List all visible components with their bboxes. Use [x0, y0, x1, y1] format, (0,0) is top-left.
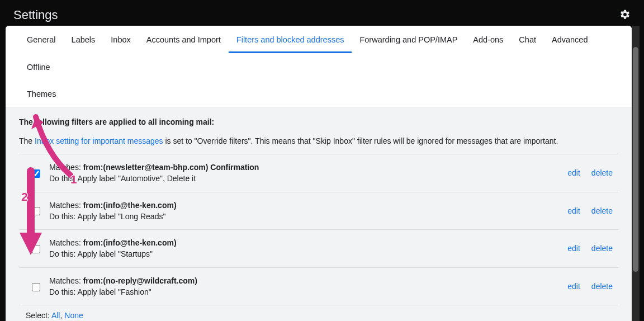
filter-action-text: Do this: Apply label "Long Reads" — [49, 211, 567, 222]
matches-label: Matches: — [49, 276, 83, 285]
scrollbar-thumb[interactable] — [633, 47, 638, 272]
tab-offline[interactable]: Offline — [19, 53, 58, 80]
filter-delete-link[interactable]: delete — [591, 168, 613, 177]
filter-info: Matches: from:(newsletter@team-bhp.com) … — [49, 162, 567, 185]
filter-checkbox[interactable] — [32, 169, 40, 178]
tab-accounts-and-import[interactable]: Accounts and Import — [139, 26, 229, 53]
settings-tabs: General Labels Inbox Accounts and Import… — [6, 26, 632, 107]
matches-criteria: from:(info@the-ken.com) — [83, 201, 177, 210]
select-none-link[interactable]: None — [64, 311, 83, 320]
settings-panel: General Labels Inbox Accounts and Import… — [6, 26, 632, 321]
page-title: Settings — [13, 8, 58, 22]
filter-checkbox[interactable] — [32, 283, 40, 291]
filter-checkbox[interactable] — [32, 245, 40, 253]
select-prefix: Select: — [26, 311, 51, 320]
scrollbar-track[interactable] — [632, 26, 640, 321]
filter-info: Matches: from:(no-reply@wildcraft.com) D… — [49, 275, 567, 298]
tab-filters-and-blocked-addresses[interactable]: Filters and blocked addresses — [229, 26, 352, 53]
matches-criteria: from:(newsletter@team-bhp.com) Confirmat… — [83, 163, 259, 172]
filter-action-text: Do this: Apply label "Startups" — [49, 248, 567, 259]
filter-edit-link[interactable]: edit — [567, 244, 580, 253]
select-row: Select: All, None — [19, 305, 618, 321]
inbox-setting-link[interactable]: Inbox setting for important messages — [35, 136, 163, 145]
window: Settings General Labels Inbox Accounts a… — [0, 0, 644, 321]
filter-row: Matches: from:(info@the-ken.com) Do this… — [19, 192, 618, 230]
gear-icon[interactable] — [619, 9, 631, 22]
filter-list: Matches: from:(newsletter@team-bhp.com) … — [19, 154, 618, 305]
filter-action-text: Do this: Apply label "Automotive", Delet… — [49, 173, 567, 184]
tab-forwarding[interactable]: Forwarding and POP/IMAP — [352, 26, 465, 53]
tab-general[interactable]: General — [19, 26, 64, 53]
filters-heading: The following filters are applied to all… — [19, 117, 618, 126]
matches-criteria: from:(info@the-ken.com) — [83, 238, 177, 247]
filter-checkbox[interactable] — [32, 207, 40, 215]
filter-delete-link[interactable]: delete — [591, 206, 613, 215]
tab-inbox[interactable]: Inbox — [103, 26, 138, 53]
filter-edit-link[interactable]: edit — [567, 168, 580, 177]
filter-row: Matches: from:(info@the-ken.com) Do this… — [19, 229, 618, 268]
settings-content: The following filters are applied to all… — [6, 107, 632, 321]
tab-themes[interactable]: Themes — [19, 80, 64, 107]
tab-chat[interactable]: Chat — [511, 26, 544, 53]
filter-action-text: Do this: Apply label "Fashion" — [49, 286, 567, 298]
filter-info: Matches: from:(info@the-ken.com) Do this… — [49, 237, 567, 260]
matches-criteria: from:(no-reply@wildcraft.com) — [83, 276, 197, 285]
filter-row: Matches: from:(newsletter@team-bhp.com) … — [19, 154, 618, 192]
desc-prefix: The — [19, 136, 35, 145]
filter-info: Matches: from:(info@the-ken.com) Do this… — [49, 200, 567, 223]
matches-label: Matches: — [49, 163, 83, 172]
filters-description: The Inbox setting for important messages… — [19, 136, 618, 145]
filter-edit-link[interactable]: edit — [567, 282, 580, 291]
tab-labels[interactable]: Labels — [64, 26, 103, 53]
filter-edit-link[interactable]: edit — [567, 206, 580, 215]
select-all-link[interactable]: All — [51, 311, 60, 320]
desc-suffix: is set to "Override filters". This means… — [163, 136, 558, 145]
matches-label: Matches: — [49, 238, 83, 247]
filter-delete-link[interactable]: delete — [591, 244, 613, 253]
filter-delete-link[interactable]: delete — [591, 282, 613, 291]
matches-label: Matches: — [49, 201, 83, 210]
filter-row: Matches: from:(no-reply@wildcraft.com) D… — [19, 267, 618, 306]
tab-advanced[interactable]: Advanced — [544, 26, 596, 53]
tab-add-ons[interactable]: Add-ons — [465, 26, 511, 53]
